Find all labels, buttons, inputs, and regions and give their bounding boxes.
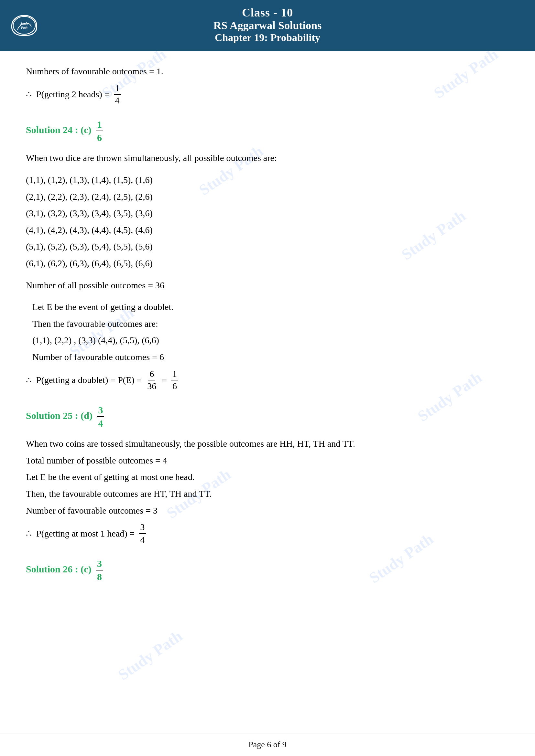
solution-25-num: 3 [97,404,104,417]
solution-26-heading: Solution 26 : (c) 3 8 [26,557,509,583]
svg-point-0 [13,16,35,34]
fraction-3-4: 3 4 [139,521,146,546]
logo: Study Path [10,14,39,37]
therefore-symbol-2: ∴ [26,372,36,388]
solution-25-den: 4 [97,417,104,430]
p-getting-2heads-line: ∴ P(getting 2 heads) = 1 4 [26,82,509,107]
p-doublet-den: 36 [146,380,157,392]
p-doublet-text: P(getting a doublet) = P(E) = [36,372,144,388]
solution-26-fraction: 3 8 [96,557,103,583]
solution-24-den: 6 [96,131,103,144]
solution-24-answer-prefix: : (c) [75,124,94,135]
svg-text:Study: Study [20,22,28,25]
fav-3: Number of favourable outcomes = 3 [26,503,509,519]
svg-text:Path: Path [21,26,27,29]
p-doublet-final-num: 1 [171,368,178,380]
outcomes-row-2: (2,1), (2,2), (2,3), (2,4), (2,5), (2,6) [26,189,509,204]
two-dice-intro: When two dice are thrown simultaneously,… [26,150,509,166]
p-atmost1head-line: ∴ P(getting at most 1 head) = 3 4 [26,521,509,546]
solution-26-prefix: : (c) [75,564,92,574]
solution-24-num: 1 [96,118,103,131]
solution-24-label: Solution 24 [26,124,72,135]
solution-25-heading: Solution 25 : (d) 3 4 [26,404,509,430]
solution-24-fraction: 1 6 [96,118,103,144]
p-atmost1-num: 3 [139,521,146,534]
page-footer: Page 6 of 9 [0,733,535,756]
header-class: Class - 10 [7,6,528,19]
outcomes-row-6: (6,1), (6,2), (6,3), (6,4), (6,5), (6,6) [26,256,509,271]
total-outcomes-36: Number of all possible outcomes = 36 [26,278,509,293]
outcomes-row-3: (3,1), (3,2), (3,3), (3,4), (3,5), (3,6) [26,205,509,221]
page-header: Study Path Class - 10 RS Aggarwal Soluti… [0,0,535,51]
fraction-denominator: 4 [114,95,121,106]
solution-26-den: 8 [96,571,103,583]
solution-26-label: Solution 26 [26,564,72,574]
fraction-1-6: 1 6 [171,368,178,392]
p-doublet-num: 6 [148,368,155,380]
let-e-doublet: Let E be the event of getting a doublet. [26,299,509,315]
fraction-6-36: 6 36 [146,368,157,392]
fraction-numerator: 1 [114,82,121,95]
page-number: Page 6 of 9 [248,740,287,749]
favourable-outcomes-1: Numbers of favourable outcomes = 1. [26,64,509,79]
solution-25-prefix: : (d) [75,410,93,421]
p-atmost1head-text: P(getting at most 1 head) = [36,526,137,541]
p-atmost1-den: 4 [139,534,146,546]
header-chapter: Chapter 19: Probability [7,32,528,44]
two-coins-intro: When two coins are tossed simultaneously… [26,436,509,451]
therefore-symbol-3: ∴ [26,526,36,541]
p-doublet-final-den: 6 [171,380,178,392]
p-getting-2heads-text: P(getting 2 heads) = [36,87,112,102]
doublet-outcomes: (1,1), (2,2) , (3,3) (4,4), (5,5), (6,6) [26,333,509,348]
equals-1: = [159,372,169,388]
outcomes-row-5: (5,1), (5,2), (5,3), (5,4), (5,5), (5,6) [26,239,509,255]
page: Study Path Class - 10 RS Aggarwal Soluti… [0,0,535,756]
fraction-1-4: 1 4 [114,82,121,107]
let-e-atmost: Let E be the event of getting at most on… [26,469,509,485]
logo-circle: Study Path [11,15,37,36]
solution-26-num: 3 [96,557,103,571]
header-subject: RS Aggarwal Solutions [7,19,528,32]
fav-ht-th-tt: Then, the favourable outcomes are HT, TH… [26,486,509,501]
then-favourable-line: Then the favourable outcomes are: [26,316,509,332]
outcomes-row-1: (1,1), (1,2), (1,3), (1,4), (1,5), (1,6) [26,172,509,188]
solution-25-fraction: 3 4 [97,404,104,430]
solution-25-label: Solution 25 [26,410,72,421]
favourable-6-line: Number of favourable outcomes = 6 [26,349,509,365]
outcomes-row-4: (4,1), (4,2), (4,3), (4,4), (4,5), (4,6) [26,222,509,238]
main-content: Numbers of favourable outcomes = 1. ∴ P(… [0,51,535,733]
therefore-symbol-1: ∴ [26,87,36,102]
p-doublet-line: ∴ P(getting a doublet) = P(E) = 6 36 = 1… [26,368,509,392]
total-possible-4: Total number of possible outcomes = 4 [26,453,509,468]
solution-24-heading: Solution 24 : (c) 1 6 [26,118,509,144]
